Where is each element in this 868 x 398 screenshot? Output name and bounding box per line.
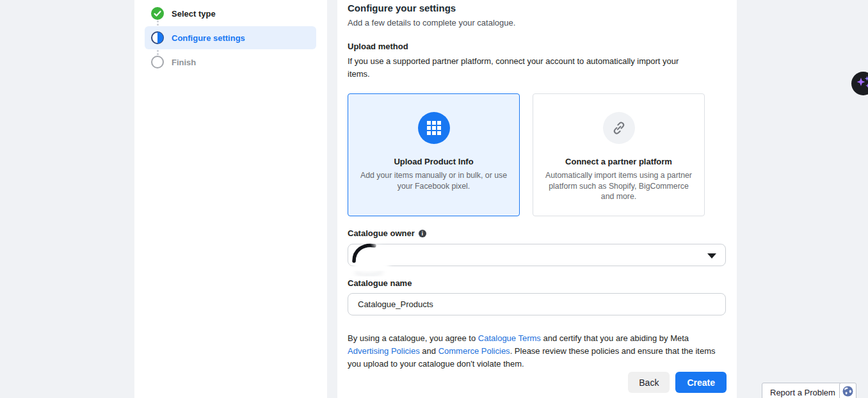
- card-title: Connect a partner platform: [542, 157, 695, 166]
- info-icon[interactable]: i: [419, 230, 426, 237]
- step-label: Finish: [172, 58, 196, 67]
- catalogue-name-label: Catalogue name: [348, 278, 726, 288]
- stepper-sidebar: Select type Configure settings Finish: [134, 0, 327, 398]
- legal-text-segment: By using a catalogue, you agree to: [348, 333, 478, 343]
- legal-text-segment: and: [420, 346, 438, 356]
- catalogue-terms-link[interactable]: Catalogue Terms: [478, 333, 541, 343]
- back-button[interactable]: Back: [628, 372, 670, 393]
- catalogue-owner-label-text: Catalogue owner: [348, 228, 415, 238]
- catalogue-owner-select[interactable]: [348, 244, 726, 266]
- step-configure-settings[interactable]: Configure settings: [145, 26, 316, 49]
- advertising-policies-link[interactable]: Advertising Policies: [348, 346, 420, 356]
- redacted-owner-avatar: [347, 238, 396, 278]
- wizard-actions: Back Create: [628, 372, 727, 393]
- step-finish[interactable]: Finish: [145, 54, 316, 70]
- upload-method-label: Upload method: [348, 42, 726, 51]
- upload-method-cards: Upload Product Info Add your items manua…: [348, 93, 726, 216]
- step-select-type[interactable]: Select type: [145, 5, 316, 22]
- step-label: Select type: [172, 9, 216, 19]
- upload-method-description: If you use a supported partner platform,…: [348, 55, 698, 81]
- stepper-connector-dot: [157, 24, 159, 26]
- check-circle-icon: [151, 7, 164, 20]
- catalogue-creation-page: { "stepper": { "steps": [ { "label": "Se…: [0, 0, 868, 398]
- card-description: Automatically import items using a partn…: [542, 170, 695, 202]
- catalogue-owner-label: Catalogue owner i: [348, 228, 726, 238]
- link-icon: [603, 112, 635, 144]
- meta-ai-button[interactable]: [851, 72, 868, 95]
- commerce-policies-link[interactable]: Commerce Policies: [438, 346, 510, 356]
- language-globe-button[interactable]: [839, 383, 856, 398]
- page-subtitle: Add a few details to complete your catal…: [348, 18, 726, 28]
- card-title: Upload Product Info: [357, 157, 510, 166]
- grid-icon: [418, 112, 450, 144]
- configure-settings-panel: Configure your settings Add a few detail…: [337, 0, 737, 398]
- sparkles-icon: [855, 74, 868, 93]
- stepper-connector-dot: [157, 50, 159, 52]
- card-connect-partner-platform[interactable]: Connect a partner platform Automatically…: [533, 93, 705, 216]
- legal-text: By using a catalogue, you agree to Catal…: [348, 332, 724, 370]
- chevron-down-icon: [707, 253, 716, 259]
- catalogue-name-input[interactable]: [348, 293, 726, 315]
- create-button[interactable]: Create: [675, 372, 727, 393]
- page-title: Configure your settings: [348, 3, 726, 13]
- catalogue-name-label-text: Catalogue name: [348, 278, 412, 288]
- empty-circle-icon: [151, 56, 164, 68]
- card-upload-product-info[interactable]: Upload Product Info Add your items manua…: [348, 93, 520, 216]
- step-label: Configure settings: [172, 33, 245, 43]
- stepper-connector-dot: [157, 20, 159, 22]
- report-a-problem-button[interactable]: Report a Problem: [762, 383, 844, 398]
- card-description: Add your items manually or in bulk, or u…: [357, 170, 510, 191]
- globe-icon: [842, 386, 853, 398]
- legal-text-segment: and certify that you are abiding by Meta: [541, 333, 689, 343]
- half-filled-circle-icon: [151, 31, 164, 44]
